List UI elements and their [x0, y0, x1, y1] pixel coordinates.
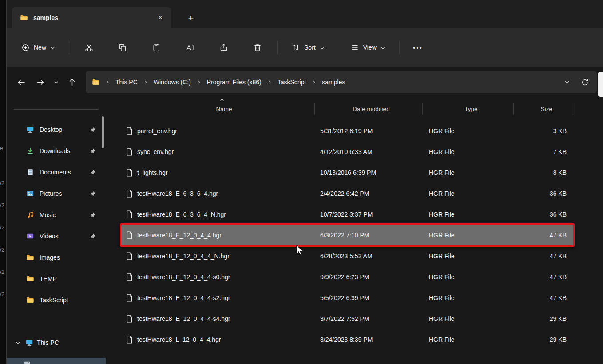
- file-row[interactable]: testHware18_E_12_0_4_4-s2.hgr 5/5/2022 6…: [121, 287, 573, 308]
- breadcrumb-item-samples[interactable]: samples: [318, 76, 349, 88]
- arrow-right-icon: [36, 78, 45, 87]
- tab-samples[interactable]: samples ×: [12, 7, 171, 28]
- column-header-row: Name Date modified Type Size: [121, 100, 573, 118]
- breadcrumb-item-taskscript[interactable]: TaskScript: [274, 76, 310, 88]
- file-size: 47 KB: [513, 253, 573, 260]
- file-date: 9/9/2022 6:23 PM: [314, 273, 422, 281]
- view-button[interactable]: View: [345, 39, 391, 56]
- share-button[interactable]: [212, 38, 235, 57]
- breadcrumb-chevron-icon: [196, 80, 202, 84]
- breadcrumb-item-program-files-x86[interactable]: Program Files (x86): [203, 76, 266, 88]
- recent-locations-button[interactable]: [49, 73, 63, 91]
- refresh-button[interactable]: [576, 74, 593, 91]
- new-tab-button[interactable]: +: [183, 11, 198, 26]
- file-size: 29 KB: [513, 315, 573, 322]
- file-row[interactable]: testHware18_E_12_0_4_4-s0.hgr 9/9/2022 6…: [121, 266, 573, 287]
- column-divider[interactable]: [513, 103, 514, 115]
- more-options-button[interactable]: •••: [408, 38, 428, 57]
- rename-button[interactable]: [179, 38, 202, 57]
- copy-button[interactable]: [111, 38, 134, 57]
- column-divider[interactable]: [314, 103, 315, 115]
- sidebar-item-temp[interactable]: TEMP: [9, 269, 103, 289]
- file-date: 3/7/2022 7:52 PM: [314, 315, 422, 322]
- file-icon: [121, 127, 137, 135]
- sidebar-item-label: Music: [40, 211, 56, 218]
- up-button[interactable]: [63, 73, 81, 91]
- address-bar[interactable]: This PC Windows (C:) Program Files (x86)…: [86, 71, 597, 93]
- file-row[interactable]: testHware18_E_12_0_4_4_N.hgr 6/28/2023 5…: [121, 245, 573, 266]
- sidebar-item-images[interactable]: Images: [9, 248, 103, 267]
- file-name: testHware18_E_6_3_6_4.hgr: [137, 190, 314, 197]
- background-text-fragment: /2: [0, 202, 4, 209]
- pin-icon: [90, 148, 96, 154]
- sidebar-scrollbar-thumb[interactable]: [102, 116, 104, 148]
- sidebar-item-label: Downloads: [40, 147, 70, 154]
- background-text-fragment: /2: [0, 291, 4, 297]
- sidebar-item-pictures[interactable]: Pictures: [9, 184, 103, 203]
- column-divider[interactable]: [422, 103, 423, 115]
- delete-button[interactable]: [246, 38, 269, 57]
- file-icon: [121, 293, 137, 302]
- navigation-row: This PC Windows (C:) Program Files (x86)…: [7, 70, 603, 94]
- folder-icon: [26, 275, 34, 283]
- file-size: 8 KB: [513, 169, 573, 176]
- file-row[interactable]: testHware18_E_12_0_4_4-s4.hgr 3/7/2022 7…: [121, 308, 573, 329]
- column-header-size[interactable]: Size: [513, 106, 573, 112]
- column-divider[interactable]: [573, 103, 573, 115]
- file-date: 3/24/2023 8:39 PM: [314, 336, 422, 343]
- file-row-selected[interactable]: testHware18_E_12_0_4_4.hgr 6/3/2022 7:10…: [121, 225, 573, 245]
- file-row[interactable]: sync_env.hgr 4/12/2010 6:33 AM HGR File …: [121, 141, 573, 162]
- sidebar-item-downloads[interactable]: Downloads: [9, 141, 103, 161]
- tab-close-button[interactable]: ×: [154, 12, 167, 24]
- sidebar-item-documents[interactable]: Documents: [9, 162, 103, 182]
- background-text-fragment: /2: [0, 180, 4, 186]
- share-icon: [219, 43, 228, 52]
- column-header-type[interactable]: Type: [422, 106, 513, 112]
- sidebar-item-desktop[interactable]: Desktop: [9, 120, 103, 139]
- file-row[interactable]: t_lights.hgr 10/13/2016 6:39 PM HGR File…: [121, 162, 573, 183]
- sidebar-item-this-pc[interactable]: This PC: [9, 333, 103, 352]
- sidebar-item-label: Videos: [40, 233, 59, 240]
- breadcrumb-item-this-pc[interactable]: This PC: [111, 76, 142, 88]
- breadcrumb-chevron-icon: [104, 80, 111, 84]
- sidebar-item-taskscript[interactable]: TaskScript: [9, 290, 103, 310]
- file-name: sync_env.hgr: [137, 148, 314, 155]
- file-date: 2/4/2022 6:42 PM: [314, 190, 422, 197]
- sidebar-item-music[interactable]: Music: [9, 205, 103, 225]
- paste-button[interactable]: [145, 38, 168, 57]
- file-name: testHware18_E_12_0_4_4-s2.hgr: [137, 294, 314, 301]
- drive-icon: [24, 359, 31, 364]
- cut-icon: [84, 43, 94, 52]
- more-options-icon: •••: [413, 44, 423, 51]
- file-type: HGR File: [422, 169, 513, 176]
- arrow-left-icon: [17, 78, 26, 87]
- breadcrumb-item-windows-c[interactable]: Windows (C:): [150, 76, 195, 88]
- file-icon: [121, 231, 137, 240]
- file-type: HGR File: [422, 315, 513, 322]
- column-header-name[interactable]: Name: [121, 106, 314, 112]
- tab-title: samples: [33, 14, 58, 21]
- toolbar-separator: [277, 41, 278, 54]
- back-button[interactable]: [12, 73, 31, 91]
- file-row[interactable]: testHware18_E_6_3_6_4.hgr 2/4/2022 6:42 …: [121, 183, 573, 204]
- close-icon: ×: [158, 13, 163, 22]
- folder-icon: [20, 14, 28, 22]
- file-type: HGR File: [422, 294, 513, 301]
- sort-ascending-icon: [219, 97, 225, 103]
- file-name: testHware18_E_12_0_4_4.hgr: [137, 232, 314, 239]
- tree-item-partial[interactable]: [7, 358, 106, 364]
- file-icon: [121, 147, 137, 156]
- new-button[interactable]: New: [16, 40, 61, 56]
- forward-button[interactable]: [31, 73, 49, 91]
- file-name: testHware18_E_12_0_4_4_N.hgr: [137, 253, 314, 260]
- chevron-down-icon: [564, 79, 570, 85]
- sort-button[interactable]: Sort: [286, 39, 330, 56]
- address-dropdown-button[interactable]: [559, 74, 575, 91]
- file-row[interactable]: testHware18_E_6_3_6_4_N.hgr 10/7/2022 3:…: [121, 204, 573, 225]
- file-row[interactable]: testHware18_L_12_0_4_4.hgr 3/24/2023 8:3…: [121, 329, 573, 350]
- file-date: 5/5/2022 6:39 PM: [314, 294, 422, 301]
- file-row[interactable]: parrot_env.hgr 5/31/2012 6:19 PM HGR Fil…: [121, 120, 573, 141]
- sidebar-item-videos[interactable]: Videos: [9, 226, 103, 246]
- column-header-date-modified[interactable]: Date modified: [314, 106, 422, 112]
- cut-button[interactable]: [77, 38, 100, 57]
